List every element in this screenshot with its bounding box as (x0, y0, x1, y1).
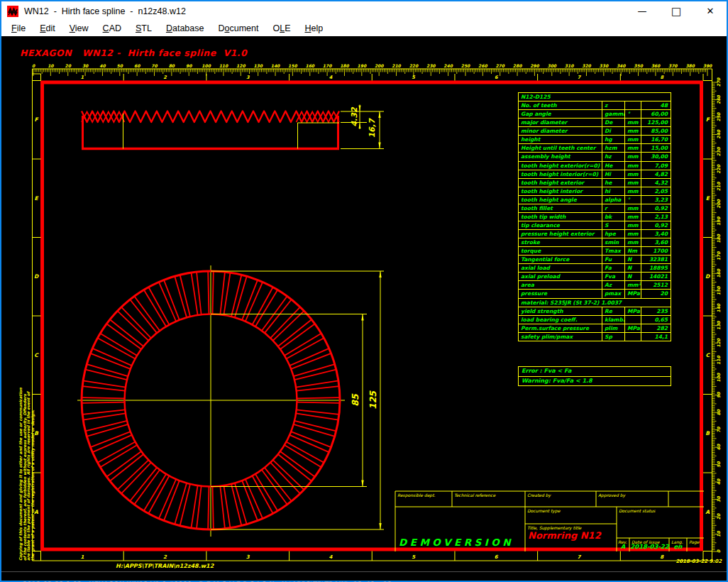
table-cell: Gap angle (519, 110, 602, 118)
maximize-button[interactable]: □ (664, 4, 688, 18)
table-cell: major diameter (519, 119, 602, 126)
table-cell: 3,60 (641, 238, 671, 246)
table-cell: yield strength (519, 307, 602, 315)
table-title: N12-D125 (519, 93, 671, 101)
table-cell: 4,32 (641, 179, 671, 187)
table-row: Height until teeth centerhzmmm15,00 (519, 144, 671, 153)
table-row: major diameterDemm125,00 (519, 119, 671, 127)
menu-item-ole[interactable]: OLE (265, 22, 297, 35)
window-title: WN12 - Hirth face spline - n12z48.w12 (24, 6, 186, 16)
table-cell: No. of teeth (519, 101, 602, 109)
table-row: areaAzmm²2512 (519, 281, 671, 290)
table-row: Tangential forceFuN32381 (519, 256, 671, 264)
menu-item-edit[interactable]: Edit (33, 22, 62, 35)
table-cell: 32381 (641, 256, 671, 263)
table-cell: 125,00 (641, 119, 671, 126)
document-title: Normring N12 (528, 530, 601, 541)
table-row: material: S235JR (St 37-2) 1.0037 (519, 299, 671, 307)
table-cell: mm² (624, 281, 641, 289)
table-cell: material: S235JR (St 37-2) 1.0037 (519, 299, 671, 307)
table-cell: 3,23 (641, 196, 671, 204)
table-row: tooth height interiorhimm2,05 (519, 187, 671, 196)
menu-item-view[interactable]: View (62, 22, 96, 35)
table-cell: 0,92 (641, 221, 671, 229)
table-cell: tooth tip width (519, 213, 602, 221)
menu-item-document[interactable]: Document (211, 22, 265, 35)
table-cell: Tmax (602, 247, 624, 255)
warning-message: Warning: Fva/Fa < 1.8 (519, 377, 671, 386)
table-row: yield strengthReMPa235 (519, 307, 671, 316)
table-row: Gap anglegamma°60,00 (519, 110, 671, 119)
table-cell: 14021 (641, 273, 671, 280)
table-cell: 30,00 (641, 153, 671, 160)
table-cell (624, 316, 641, 324)
table-cell: 282 (641, 324, 671, 332)
table-cell: mm (624, 144, 641, 152)
table-cell: safety plim/pmax (519, 333, 602, 341)
menu-item-help[interactable]: Help (297, 22, 330, 35)
table-cell: 1700 (641, 247, 671, 255)
menu-item-stl[interactable]: STL (128, 22, 159, 35)
table-cell: area (519, 281, 602, 289)
minimize-button[interactable]: — (630, 4, 654, 18)
copyright-notice: Copying of this document and giving it t… (19, 386, 35, 561)
technical-reference-label: Technical reference (454, 493, 495, 498)
app-icon (7, 6, 18, 17)
table-row: tooth height exteriorhemm4,32 (519, 179, 671, 187)
table-cell: mm (624, 238, 641, 246)
approved-by-label: Approved by (598, 493, 625, 498)
table-cell (624, 101, 641, 109)
table-cell: load bearing coeff. (519, 316, 602, 324)
menu-item-database[interactable]: Database (159, 22, 211, 35)
table-cell: 2512 (641, 281, 671, 289)
table-cell: Tangential force (519, 256, 602, 263)
table-cell: Hi (602, 170, 624, 178)
close-button[interactable]: ✕ (698, 4, 722, 18)
table-cell: 20 (641, 290, 671, 297)
parameter-table: N12-D125No. of teethz48Gap anglegamma°60… (518, 92, 671, 341)
error-message: Error : Fva < Fa (519, 367, 671, 377)
table-cell: 85,00 (641, 127, 671, 135)
table-cell: z (602, 101, 624, 109)
table-cell: 0,92 (641, 204, 671, 212)
table-cell: plim (602, 324, 624, 332)
table-cell: He (602, 162, 624, 170)
title-label: Title, Supplementary title (527, 525, 581, 530)
table-cell: 3,40 (641, 230, 671, 238)
table-row: tooth height anglealpha°3,23 (519, 196, 671, 204)
table-cell: tooth fillet (519, 204, 602, 212)
table-cell: smin (602, 238, 624, 246)
page-label: Page (689, 539, 700, 544)
menu-item-file[interactable]: File (4, 22, 33, 35)
table-row: pressure height exteriorhpemm3,40 (519, 230, 671, 238)
table-row: heighthgmm16,70 (519, 136, 671, 144)
table-row: tooth height interior(r=0)Himm4,82 (519, 170, 671, 179)
responsible-dept-label: Responsible dept. (397, 493, 435, 498)
table-cell: mm (624, 136, 641, 143)
table-cell: hz (602, 153, 624, 160)
table-row: minor diameterDimm85,00 (519, 127, 671, 136)
table-cell: r (602, 204, 624, 212)
table-cell: pressure height exterior (519, 230, 602, 238)
table-cell: tooth height exterior(r=0) (519, 162, 602, 170)
table-cell: N (624, 256, 641, 263)
document-status-label: Document status (619, 508, 655, 513)
title-bar[interactable]: WN12 - Hirth face spline - n12z48.w12 (1, 1, 727, 21)
status-bar: 2018-03-22 9:02 - HEXAGON WN12 V1.0 #000… (1, 571, 727, 581)
table-cell: hzm (602, 144, 624, 152)
table-cell: axial preload (519, 273, 602, 280)
table-row: Perm.surface pressureplimMPa282 (519, 324, 671, 333)
table-cell: hi (602, 187, 624, 195)
sheet-title: HEXAGON WN12 - Hirth face spline V1.0 (20, 48, 247, 58)
table-cell: pmax (602, 290, 624, 297)
table-cell: 16,70 (641, 136, 671, 143)
table-cell: 60,00 (641, 110, 671, 118)
table-cell: gamma (602, 110, 624, 118)
date-value: 2018-03-22 (630, 543, 669, 550)
menu-item-cad[interactable]: CAD (96, 22, 128, 35)
table-cell: minor diameter (519, 127, 602, 135)
created-by-label: Created by (527, 493, 551, 498)
table-cell: mm (624, 230, 641, 238)
message-box: Error : Fva < Fa Warning: Fva/Fa < 1.8 (518, 366, 671, 386)
menu-bar: FileEditViewCADSTLDatabaseDocumentOLEHel… (1, 21, 727, 36)
